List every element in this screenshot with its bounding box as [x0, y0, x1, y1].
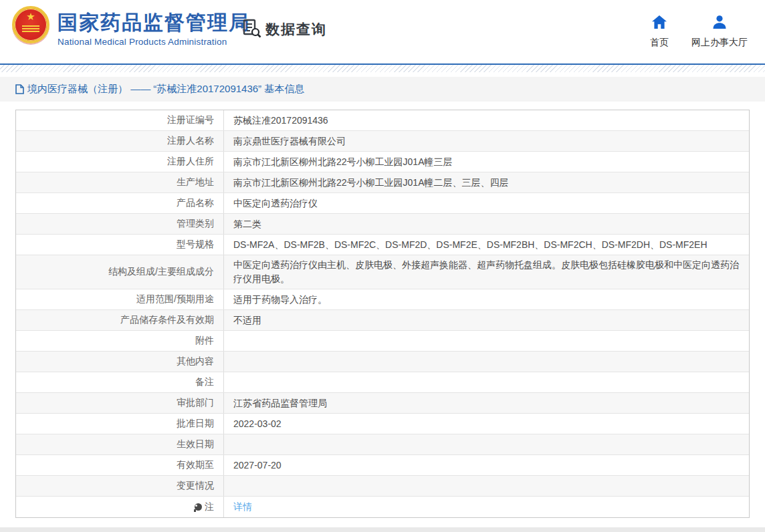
row-label: 注 — [16, 497, 224, 517]
row-value: 第二类 — [224, 214, 749, 234]
row-label: 注册人住所 — [16, 152, 224, 172]
site-title-block[interactable]: 国家药品监督管理局 National Medical Products Admi… — [58, 11, 250, 47]
data-query-nav[interactable]: 数据查询 — [242, 18, 327, 41]
row-value — [224, 434, 749, 454]
page-bottom-strip — [0, 527, 765, 532]
row-value: 详情 — [224, 497, 749, 517]
row-value: 南京鼎世医疗器械有限公司 — [224, 131, 749, 151]
row-label: 管理类别 — [16, 214, 224, 234]
page-header: 国家药品监督管理局 National Medical Products Admi… — [0, 0, 765, 63]
registration-info-table: 注册证编号 苏械注准20172091436 注册人名称 南京鼎世医疗器械有限公司… — [15, 110, 750, 518]
table-row: 批准日期 2022-03-02 — [16, 414, 749, 434]
row-label: 批准日期 — [16, 414, 224, 434]
row-label: 备注 — [16, 372, 224, 392]
nmpa-logo[interactable] — [12, 6, 49, 43]
row-label: 生产地址 — [16, 172, 224, 192]
row-label: 审批部门 — [16, 393, 224, 413]
row-label: 产品名称 — [16, 193, 224, 213]
table-row: 适用范围/预期用途 适用于药物导入治疗。 — [16, 289, 749, 310]
table-row: 附件 — [16, 331, 749, 352]
row-label: 适用范围/预期用途 — [16, 289, 224, 309]
nav-label-home: 首页 — [650, 37, 669, 49]
striped-divider-band — [0, 65, 765, 72]
national-emblem-icon — [12, 6, 49, 43]
row-value — [224, 476, 749, 496]
row-label: 有效期至 — [16, 455, 224, 475]
row-value — [224, 331, 749, 351]
row-label: 附件 — [16, 331, 224, 351]
row-value: 中医定向透药治疗仪由主机、皮肤电极、外接超声换能器、超声药物托盘组成。皮肤电极包… — [224, 255, 749, 289]
table-row: 注册证编号 苏械注准20172091436 — [16, 110, 749, 131]
row-label: 产品储存条件及有效期 — [16, 310, 224, 330]
document-search-icon — [242, 18, 261, 41]
home-icon — [652, 15, 667, 31]
row-label: 结构及组成/主要组成成分 — [16, 255, 224, 289]
note-icon — [195, 503, 202, 511]
breadcrumb: 境内医疗器械（注册） —— “苏械注准20172091436” 基本信息 — [15, 83, 304, 96]
row-label: 变更情况 — [16, 476, 224, 496]
table-row: 产品名称 中医定向透药治疗仪 — [16, 193, 749, 214]
row-value: DS-MF2A、DS-MF2B、DS-MF2C、DS-MF2D、DS-MF2E、… — [224, 235, 749, 255]
row-label: 其他内容 — [16, 352, 224, 372]
row-value: 不适用 — [224, 310, 749, 330]
table-row: 型号规格 DS-MF2A、DS-MF2B、DS-MF2C、DS-MF2D、DS-… — [16, 235, 749, 255]
table-row: 审批部门 江苏省药品监督管理局 — [16, 393, 749, 414]
table-row: 有效期至 2027-07-20 — [16, 455, 749, 476]
table-row: 生产地址 南京市江北新区柳州北路22号小柳工业园J01A幢二层、三层、四层 — [16, 172, 749, 193]
row-value: 2027-07-20 — [224, 455, 749, 475]
table-row: 注册人住所 南京市江北新区柳州北路22号小柳工业园J01A幢三层 — [16, 152, 749, 172]
row-label: 生效日期 — [16, 434, 224, 454]
row-value: 2022-03-02 — [224, 414, 749, 434]
table-row: 备注 — [16, 372, 749, 393]
table-row: 变更情况 — [16, 476, 749, 497]
site-subtitle: National Medical Products Administration — [58, 37, 250, 47]
table-row: 生效日期 — [16, 434, 749, 455]
table-row: 其他内容 — [16, 352, 749, 372]
row-label: 注册证编号 — [16, 110, 224, 130]
table-row: 产品储存条件及有效期 不适用 — [16, 310, 749, 331]
user-icon — [712, 15, 727, 31]
row-value — [224, 372, 749, 392]
row-value: 江苏省药品监督管理局 — [224, 393, 749, 413]
row-value: 南京市江北新区柳州北路22号小柳工业园J01A幢二层、三层、四层 — [224, 172, 749, 192]
row-label: 型号规格 — [16, 235, 224, 255]
row-label-text: 注 — [205, 501, 214, 513]
row-value: 中医定向透药治疗仪 — [224, 193, 749, 213]
top-nav: 首页 网上办事大厅 — [650, 15, 748, 49]
breadcrumb-bar: 境内医疗器械（注册） —— “苏械注准20172091436” 基本信息 — [0, 77, 765, 102]
row-value: 适用于药物导入治疗。 — [224, 289, 749, 309]
table-row: 注册人名称 南京鼎世医疗器械有限公司 — [16, 131, 749, 152]
site-title: 国家药品监督管理局 — [58, 11, 250, 34]
row-value: 苏械注准20172091436 — [224, 110, 749, 130]
document-icon — [15, 84, 24, 94]
breadcrumb-text: 境内医疗器械（注册） —— “苏械注准20172091436” 基本信息 — [27, 83, 304, 96]
row-value — [224, 352, 749, 372]
detail-link[interactable]: 详情 — [233, 500, 252, 514]
table-row: 结构及组成/主要组成成分 中医定向透药治疗仪由主机、皮肤电极、外接超声换能器、超… — [16, 255, 749, 289]
nav-label-service-hall: 网上办事大厅 — [691, 37, 748, 49]
nav-item-service-hall[interactable]: 网上办事大厅 — [691, 15, 748, 49]
table-row: 注 详情 — [16, 497, 749, 517]
row-label: 注册人名称 — [16, 131, 224, 151]
nav-item-home[interactable]: 首页 — [650, 15, 669, 49]
table-row: 管理类别 第二类 — [16, 214, 749, 235]
data-query-label: 数据查询 — [265, 20, 327, 39]
row-value: 南京市江北新区柳州北路22号小柳工业园J01A幢三层 — [224, 152, 749, 172]
